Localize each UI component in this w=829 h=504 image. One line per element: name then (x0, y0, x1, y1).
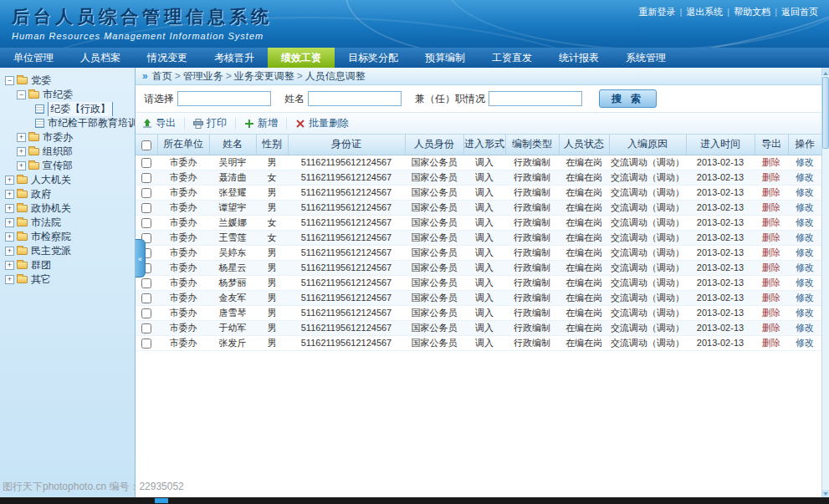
scroll-up-icon[interactable] (822, 68, 829, 75)
search-input-2[interactable] (489, 91, 582, 106)
breadcrumb-item-1[interactable]: 管理业务 (183, 70, 223, 82)
header-link-3[interactable]: 返回首页 (781, 7, 818, 17)
expand-icon[interactable]: + (17, 147, 26, 156)
expand-icon[interactable]: + (5, 176, 14, 185)
modify-link[interactable]: 修改 (796, 202, 814, 212)
row-checkbox[interactable] (141, 158, 151, 168)
modify-link[interactable]: 修改 (796, 262, 814, 272)
breadcrumb: » 首页>管理业务>业务变更调整>人员信息调整 (136, 68, 821, 85)
header-link-1[interactable]: 退出系统 (686, 7, 723, 17)
delete-link[interactable]: 删除 (762, 172, 780, 182)
search-button[interactable]: 搜 索 (599, 89, 657, 108)
tree-item-11[interactable]: +市检察院 (0, 230, 135, 244)
row-checkbox[interactable] (141, 203, 151, 213)
collapse-icon[interactable]: − (5, 76, 14, 85)
tree-item-14[interactable]: +其它 (0, 272, 135, 287)
row-checkbox[interactable] (141, 278, 151, 288)
tree-item-7[interactable]: +人大机关 (0, 173, 135, 187)
row-checkbox[interactable] (141, 323, 151, 333)
tree-item-0[interactable]: −党委 (0, 74, 135, 88)
delete-link[interactable]: 删除 (762, 277, 780, 288)
scrollbar-thumb[interactable] (822, 77, 829, 149)
nav-item-7[interactable]: 工资直发 (478, 48, 545, 68)
search-input-1[interactable] (308, 91, 402, 106)
table-row: 市委办吴婷东男511621195612124567国家公务员调入行政编制在编在岗… (136, 245, 821, 260)
scroll-down-icon[interactable] (822, 490, 829, 497)
delete-link[interactable]: 删除 (762, 293, 780, 303)
delete-link[interactable]: 删除 (762, 247, 780, 257)
tree-item-6[interactable]: +宣传部 (0, 159, 135, 173)
row-checkbox[interactable] (141, 173, 151, 183)
expand-icon[interactable]: + (5, 261, 14, 270)
tree-item-12[interactable]: +民主党派 (0, 244, 135, 258)
modify-link[interactable]: 修改 (796, 232, 814, 242)
delete-link[interactable]: 删除 (762, 187, 780, 197)
expand-icon[interactable]: + (5, 275, 14, 284)
breadcrumb-item-2[interactable]: 业务变更调整 (234, 70, 294, 82)
delete-link[interactable]: 删除 (762, 217, 780, 227)
modify-link[interactable]: 修改 (796, 217, 814, 227)
toolbar-add-button[interactable]: 新增 (244, 116, 278, 130)
expand-icon[interactable]: + (5, 247, 14, 256)
delete-link[interactable]: 删除 (762, 232, 780, 242)
toolbar-print-button[interactable]: 打印 (193, 116, 227, 130)
row-checkbox[interactable] (141, 218, 151, 228)
breadcrumb-item-0[interactable]: 首页 (152, 70, 172, 82)
expand-icon[interactable]: + (5, 218, 14, 227)
header-link-0[interactable]: 重新登录 (638, 7, 675, 17)
modify-link[interactable]: 修改 (796, 338, 814, 348)
tree-item-8[interactable]: +政府 (0, 187, 135, 201)
row-checkbox[interactable] (141, 293, 151, 303)
tree-item-1[interactable]: −市纪委 (0, 88, 135, 102)
delete-link[interactable]: 删除 (762, 157, 780, 167)
collapse-icon[interactable]: − (17, 90, 26, 99)
row-checkbox[interactable] (141, 339, 151, 349)
tree-item-5[interactable]: +组织部 (0, 145, 135, 159)
delete-link[interactable]: 删除 (762, 262, 780, 272)
delete-link[interactable]: 删除 (762, 323, 780, 333)
row-checkbox[interactable] (141, 308, 151, 318)
tree-item-9[interactable]: +政协机关 (0, 201, 135, 216)
vertical-scrollbar[interactable] (821, 68, 829, 497)
modify-link[interactable]: 修改 (796, 308, 814, 318)
nav-item-5[interactable]: 目标奖分配 (335, 48, 412, 68)
tree-item-2[interactable]: 纪委【行政】 (0, 102, 135, 116)
cell-entry_date: 2013-02-13 (686, 200, 755, 215)
expand-icon[interactable]: + (17, 133, 26, 142)
toolbar-batch-delete-button[interactable]: 批量删除 (295, 116, 349, 130)
expand-icon[interactable]: + (5, 204, 14, 213)
modify-link[interactable]: 修改 (796, 187, 814, 197)
modify-link[interactable]: 修改 (796, 157, 814, 167)
search-input-0[interactable] (177, 91, 271, 106)
expand-icon[interactable]: + (17, 161, 26, 171)
sidebar-collapse-handle[interactable]: « (136, 239, 146, 277)
tree-item-4[interactable]: +市委办 (0, 130, 135, 145)
modify-link[interactable]: 修改 (796, 323, 814, 333)
nav-item-9[interactable]: 系统管理 (612, 48, 679, 68)
modify-link[interactable]: 修改 (796, 172, 814, 182)
nav-item-3[interactable]: 考核晋升 (201, 48, 268, 68)
nav-item-8[interactable]: 统计报表 (545, 48, 612, 68)
header-link-2[interactable]: 帮助文档 (734, 7, 770, 17)
modify-link[interactable]: 修改 (796, 277, 814, 288)
nav-item-6[interactable]: 预算编制 (412, 48, 478, 68)
nav-item-4[interactable]: 绩效工资 (268, 48, 335, 68)
expand-icon[interactable]: + (5, 190, 14, 199)
modify-link[interactable]: 修改 (796, 247, 814, 257)
nav-item-0[interactable]: 单位管理 (0, 48, 67, 68)
row-checkbox[interactable] (141, 188, 151, 198)
expand-icon[interactable]: + (5, 232, 14, 242)
nav-item-2[interactable]: 情况变更 (134, 48, 201, 68)
delete-link[interactable]: 删除 (762, 202, 780, 212)
delete-link[interactable]: 删除 (762, 308, 780, 318)
delete-link[interactable]: 删除 (762, 338, 780, 348)
modify-link[interactable]: 修改 (796, 293, 814, 303)
cell-gender: 男 (256, 275, 288, 290)
select-all-checkbox[interactable] (141, 140, 151, 150)
tree-item-10[interactable]: +市法院 (0, 216, 135, 230)
toolbar-export-button[interactable]: 导出 (142, 116, 176, 130)
breadcrumb-item-3[interactable]: 人员信息调整 (305, 70, 366, 82)
tree-item-13[interactable]: +群团 (0, 258, 135, 272)
tree-item-3[interactable]: 市纪检干部教育培训中心 (0, 116, 135, 130)
nav-item-1[interactable]: 人员档案 (67, 48, 134, 68)
